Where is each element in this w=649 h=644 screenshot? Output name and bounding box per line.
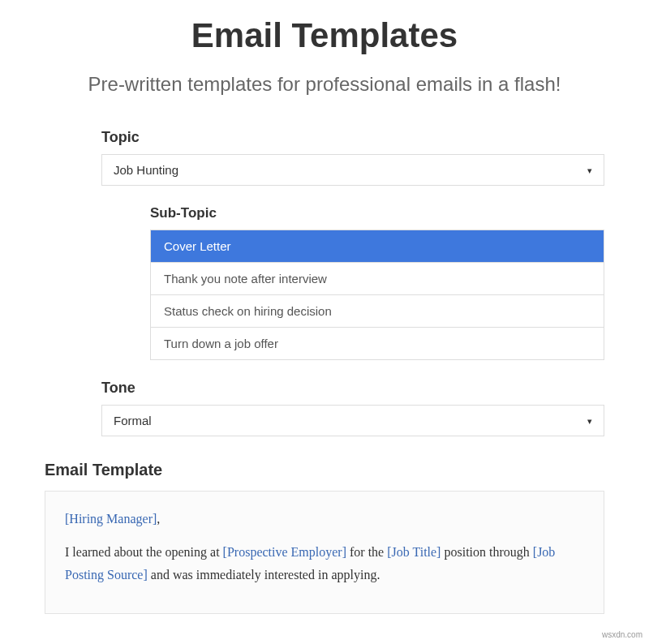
body-text-4: and was immediately interested in applyi… <box>148 568 380 582</box>
watermark: wsxdn.com <box>602 630 643 639</box>
body-text-2: for the <box>346 545 387 559</box>
tone-label: Tone <box>101 380 604 397</box>
page-title: Email Templates <box>45 16 604 55</box>
subtopic-item-turn-down[interactable]: Turn down a job offer <box>151 328 604 359</box>
subtopic-item-thank-you[interactable]: Thank you note after interview <box>151 263 604 295</box>
body-text-1: I learned about the opening at <box>65 545 223 559</box>
template-content: [Hiring Manager], I learned about the op… <box>45 491 604 614</box>
tone-select[interactable]: Formal <box>101 405 604 436</box>
subtopic-list: Cover Letter Thank you note after interv… <box>150 230 604 360</box>
template-heading: Email Template <box>45 461 604 479</box>
subtopic-label: Sub-Topic <box>150 205 604 221</box>
body-text-3: position through <box>441 545 532 559</box>
topic-select[interactable]: Job Hunting <box>101 154 604 186</box>
template-body: I learned about the opening at [Prospect… <box>65 541 584 585</box>
placeholder-hiring-manager: [Hiring Manager] <box>65 512 157 526</box>
topic-label: Topic <box>101 129 604 146</box>
greeting-suffix: , <box>157 512 160 526</box>
template-greeting: [Hiring Manager], <box>65 508 584 530</box>
placeholder-job-title: [Job Title] <box>387 545 441 559</box>
topic-select-value: Job Hunting <box>114 163 178 177</box>
placeholder-employer: [Prospective Employer] <box>223 545 346 559</box>
subtopic-item-cover-letter[interactable]: Cover Letter <box>151 230 604 263</box>
subtopic-item-status-check[interactable]: Status check on hiring decision <box>151 295 604 328</box>
page-subheading: Pre-written templates for professional e… <box>45 71 604 97</box>
tone-select-value: Formal <box>114 414 152 427</box>
